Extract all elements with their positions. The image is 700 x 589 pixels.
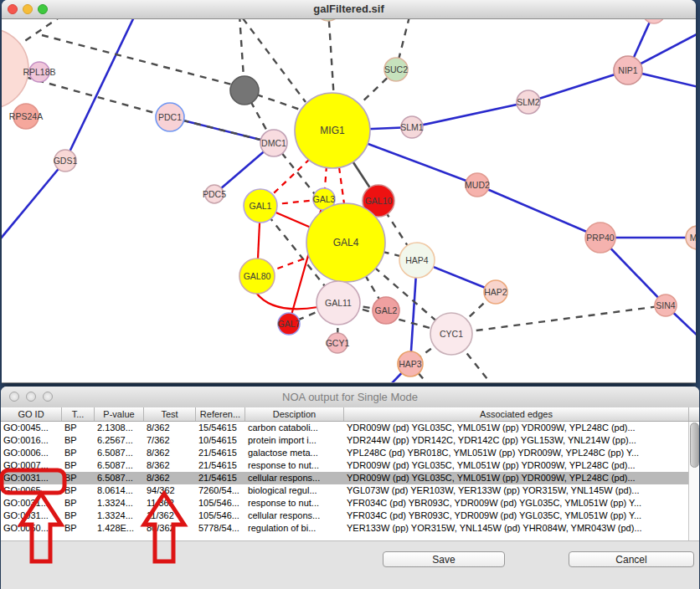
node-msi[interactable] <box>686 226 696 249</box>
cell: 21/54615 <box>196 459 245 472</box>
edge <box>15 19 60 48</box>
edge <box>65 19 138 161</box>
node-hap2[interactable] <box>484 280 507 304</box>
cell: 6.5087... <box>95 472 144 484</box>
cell: 8.0614... <box>95 484 144 497</box>
vertical-scrollbar[interactable] <box>688 422 699 540</box>
cell: 6.2567... <box>95 434 144 447</box>
column-header-test[interactable]: Test <box>144 407 196 421</box>
cell: 8/362 <box>144 472 196 484</box>
node-green-top[interactable] <box>316 19 341 21</box>
column-header-p-value[interactable]: P-value <box>95 407 144 421</box>
node-nip1[interactable] <box>614 56 642 85</box>
node-gal7[interactable] <box>278 313 300 335</box>
edge <box>528 70 628 102</box>
node-hap3[interactable] <box>398 351 423 376</box>
cell: 21/54615 <box>196 472 245 484</box>
network-canvas[interactable]: RPL18BRPS24AGDS1PDC1PDC5DMC1MIG1SLM1SUC2… <box>2 19 696 382</box>
cell: 8/362 <box>144 422 196 434</box>
cell: regulation of bi... <box>245 522 344 535</box>
cell: 1.3324... <box>95 497 144 510</box>
cell: BP <box>62 472 95 484</box>
node-sin4[interactable] <box>655 294 677 316</box>
column-header-desciption[interactable]: Desciption <box>245 407 344 421</box>
cell: 1.428E... <box>95 522 144 535</box>
cell: 80/362 <box>144 522 196 535</box>
cell: 2.1308... <box>95 422 144 434</box>
cell: biological regul... <box>245 484 344 497</box>
cell: 105/546... <box>196 510 245 522</box>
node-dmc1[interactable] <box>260 130 287 156</box>
results-table[interactable]: GO:0045...BP2.1308...8/36215/54615carbon… <box>1 422 688 540</box>
cell: galactose meta... <box>245 447 344 459</box>
cell: BP <box>62 484 95 497</box>
cell: YDR244W (pp) YDR142C, YDR142C (pp) YGL15… <box>344 434 688 447</box>
node-rpl18b[interactable] <box>29 62 49 82</box>
cell: 5778/54... <box>196 522 245 535</box>
edge <box>477 185 600 238</box>
node-gal11[interactable] <box>317 281 360 325</box>
node-slm1[interactable] <box>401 116 423 138</box>
column-header-go-id[interactable]: GO ID <box>1 407 62 421</box>
node-prp40[interactable] <box>585 223 615 253</box>
node-cyc1[interactable] <box>430 313 472 355</box>
node-slm2[interactable] <box>517 90 540 114</box>
noa-window-titlebar[interactable]: NOA output for Single Mode <box>1 387 699 408</box>
node-pink-top[interactable] <box>643 19 665 23</box>
node-rps24a[interactable] <box>13 104 39 129</box>
node-pdc1[interactable] <box>156 103 184 131</box>
node-suc2[interactable] <box>384 58 408 81</box>
cell: 7260/54... <box>196 484 245 497</box>
node-big-left[interactable] <box>2 28 28 109</box>
cell: 10/54615 <box>196 434 245 447</box>
table-row[interactable]: GO:0006...BP6.5087...8/36221/54615galact… <box>1 447 688 459</box>
column-header-filler <box>689 407 699 421</box>
edge <box>170 117 274 143</box>
node-pdc5[interactable] <box>205 185 224 203</box>
column-header-t[interactable]: T... <box>62 407 95 421</box>
node-gal2[interactable] <box>373 297 399 324</box>
node-hap4[interactable] <box>399 243 435 278</box>
table-row[interactable]: GO:0065...BP8.0614...94/3627260/54...bio… <box>1 484 688 497</box>
cell: 6.5087... <box>95 459 144 472</box>
cell: GO:0031... <box>1 472 62 484</box>
noa-output-window: NOA output for Single Mode GO IDT...P-va… <box>1 387 699 589</box>
node-gds1[interactable] <box>54 150 76 172</box>
table-row[interactable]: GO:0045...BP2.1308...8/36215/54615carbon… <box>1 422 688 434</box>
table-row[interactable]: GO:0016...BP6.2567...7/36210/54615protei… <box>1 434 688 447</box>
network-window-title: galFiltered.sif <box>2 3 696 15</box>
table-row[interactable]: GO:0031...BP1.3324...11/362105/546...cel… <box>1 510 688 522</box>
cell: 1.3324... <box>95 510 144 522</box>
column-header-referen[interactable]: Referen... <box>196 407 245 421</box>
network-window-titlebar[interactable]: galFiltered.sif <box>2 0 696 19</box>
table-row[interactable]: GO:0050...BP1.428E...80/3625778/54...reg… <box>1 522 688 535</box>
node-mud2[interactable] <box>466 173 489 197</box>
cancel-button[interactable]: Cancel <box>569 551 694 567</box>
cell: YFR034C (pd) YBR093C, YDR009W (pd) YGL03… <box>344 497 688 510</box>
node-gcy1[interactable] <box>327 333 347 353</box>
cell: 94/362 <box>144 484 196 497</box>
scrollbar-thumb[interactable] <box>690 423 699 468</box>
edge <box>25 77 170 117</box>
cell: cellular respons... <box>245 510 344 522</box>
edge <box>256 293 318 309</box>
table-row[interactable]: GO:0007...BP6.5087...8/36221/54615respon… <box>1 459 688 472</box>
node-gal4[interactable] <box>306 203 385 282</box>
node-gal1[interactable] <box>244 189 277 223</box>
table-row[interactable]: GO:0031...BP1.3324...11/362105/546...res… <box>1 497 688 510</box>
node-unnamed-grey[interactable] <box>230 76 259 105</box>
cell: response to nut... <box>245 459 344 472</box>
node-mig1[interactable] <box>295 93 370 168</box>
save-button[interactable]: Save <box>383 551 505 567</box>
cell: YDR009W (pd) YGL035C, YML051W (pp) YDR00… <box>344 459 688 472</box>
cell: BP <box>62 497 95 510</box>
cell: GO:0007... <box>1 459 62 472</box>
network-window: galFiltered.sif RPL18BRPS24AGDS1PDC1PDC5… <box>2 0 696 383</box>
cell: 11/362 <box>144 497 196 510</box>
column-header-associated-edges[interactable]: Associated edges <box>344 407 689 421</box>
cell: protein import i... <box>245 434 344 447</box>
node-gal80[interactable] <box>239 259 275 294</box>
cell: BP <box>62 422 95 434</box>
table-row[interactable]: GO:0031...BP6.5087...8/36221/54615cellul… <box>1 472 688 484</box>
cell: response to nut... <box>245 497 344 510</box>
